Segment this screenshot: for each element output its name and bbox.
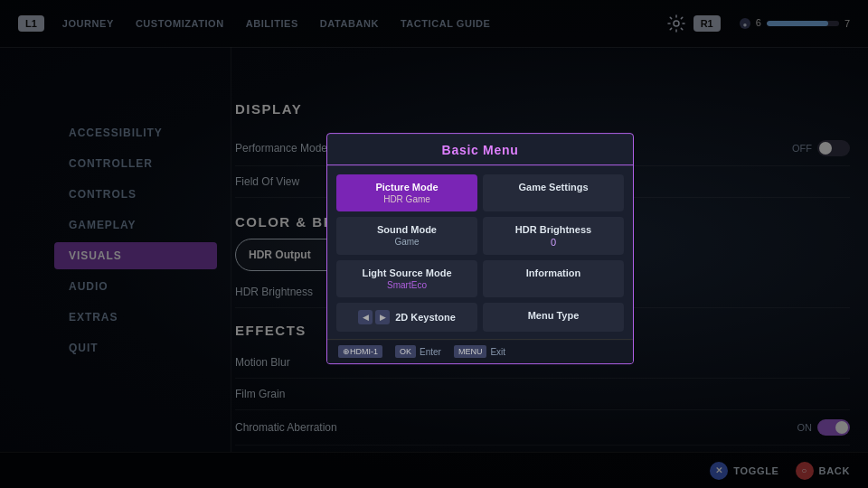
exit-label: Exit (490, 347, 505, 357)
hdmi-icon: ⊕HDMI-1 (338, 345, 382, 358)
enter-label: Enter (420, 347, 441, 357)
menu-type-label: Menu Type (492, 310, 615, 321)
modal-title: Basic Menu (327, 134, 633, 165)
modal-cell-sound-mode[interactable]: Sound Mode Game (336, 217, 477, 255)
modal-cell-menu-type[interactable]: Menu Type (483, 303, 624, 332)
menu-icon: MENU (454, 345, 487, 358)
information-title: Information (492, 267, 615, 278)
footer-exit: MENU Exit (454, 345, 505, 358)
keystone-label: 2D Keystone (395, 312, 456, 323)
footer-hdmi: ⊕HDMI-1 (338, 345, 382, 358)
light-source-mode-title: Light Source Mode (345, 267, 468, 278)
keystone-arrows: ◀ ▶ (358, 310, 390, 324)
arrow-left[interactable]: ◀ (358, 310, 373, 324)
picture-mode-sub: HDR Game (345, 194, 468, 204)
hdr-brightness-modal-title: HDR Brightness (492, 224, 615, 235)
modal-cell-hdr-brightness[interactable]: HDR Brightness 0 (483, 217, 624, 255)
light-source-mode-sub: SmartEco (345, 280, 468, 290)
sound-mode-sub: Game (345, 237, 468, 247)
modal-cell-information[interactable]: Information (483, 260, 624, 297)
modal-cell-light-source-mode[interactable]: Light Source Mode SmartEco (336, 260, 477, 297)
keystone-row[interactable]: ◀ ▶ 2D Keystone (336, 303, 477, 332)
picture-mode-title: Picture Mode (345, 182, 468, 192)
modal-footer: ⊕HDMI-1 OK Enter MENU Exit (327, 339, 633, 363)
ok-icon: OK (395, 345, 416, 358)
hdr-brightness-value: 0 (492, 237, 615, 248)
footer-enter: OK Enter (395, 345, 441, 358)
game-settings-title: Game Settings (492, 182, 615, 192)
basic-menu-modal: Basic Menu Picture Mode HDR Game Game Se… (326, 133, 634, 364)
modal-cell-picture-mode[interactable]: Picture Mode HDR Game (336, 174, 477, 211)
sound-mode-title: Sound Mode (345, 224, 468, 235)
modal-cell-game-settings[interactable]: Game Settings (483, 174, 624, 211)
modal-grid: Picture Mode HDR Game Game Settings Soun… (327, 165, 633, 303)
arrow-right[interactable]: ▶ (375, 310, 390, 324)
